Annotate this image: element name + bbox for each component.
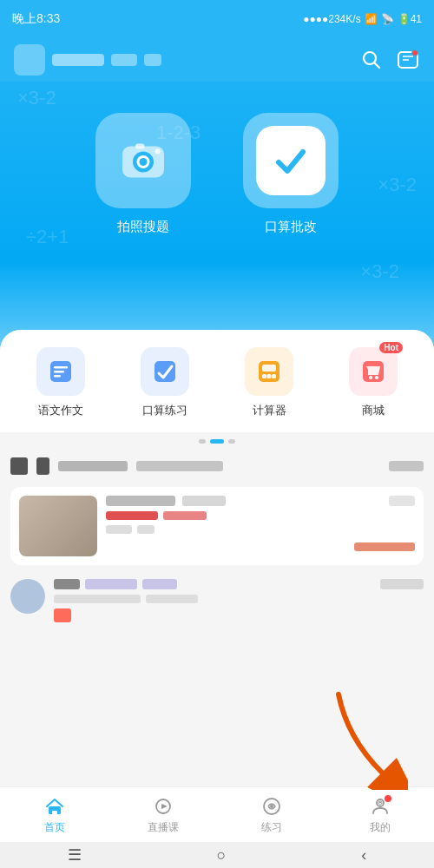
bottom-nav: 首页 直播课 练习: [0, 786, 434, 842]
photo-search-item[interactable]: 拍照搜题: [95, 113, 191, 235]
content-list: [0, 447, 434, 635]
nav-live-label: 直播课: [148, 820, 179, 835]
svg-rect-4: [135, 144, 145, 149]
dot-indicator: [0, 432, 434, 447]
svg-rect-14: [54, 371, 64, 373]
dot-2-active: [210, 439, 224, 444]
content-row-2: [10, 574, 424, 628]
svg-marker-29: [161, 804, 168, 809]
svg-rect-6: [268, 138, 313, 183]
mini-app-yuwen[interactable]: 语文作文: [26, 347, 95, 418]
oral-calc-icon-box: [243, 113, 339, 208]
mini-app-shop[interactable]: Hot 商城: [339, 347, 408, 418]
hero-icons-row: 拍照搜题 口算批改: [0, 113, 434, 235]
content-row-1: [10, 454, 424, 478]
mini-app-kousuanh-label: 口算练习: [142, 403, 187, 418]
photo-search-icon-box: [95, 113, 191, 208]
app-brand: [14, 44, 161, 76]
svg-rect-15: [54, 375, 61, 378]
notification-dot: [411, 49, 418, 56]
dot-1: [199, 439, 206, 444]
oral-calc-label: 口算批改: [265, 219, 317, 235]
card-info-1: [106, 496, 415, 556]
mini-app-kousuanh[interactable]: 口算练习: [130, 347, 200, 418]
title-blur-3: [144, 54, 161, 66]
mini-apps-section: 语文作文 口算练习 计算器: [0, 330, 434, 432]
sys-back-icon[interactable]: ‹: [361, 846, 366, 865]
svg-rect-21: [272, 374, 276, 378]
app-logo: [14, 44, 45, 76]
svg-rect-19: [262, 374, 266, 378]
photo-search-label: 拍照搜题: [117, 219, 169, 235]
status-time: 晚上8:33: [12, 11, 60, 27]
mini-app-calc[interactable]: 计算器: [234, 347, 304, 418]
nav-home[interactable]: 首页: [0, 795, 108, 835]
status-bar: 晚上8:33 ●●●●234K/s 📶 📡 🔋41: [0, 0, 434, 38]
mini-app-calc-label: 计算器: [253, 403, 286, 418]
signal-icon: 📶: [365, 13, 378, 25]
svg-rect-27: [52, 811, 57, 814]
status-icons: ●●●●234K/s 📶 📡 🔋41: [303, 13, 422, 25]
nav-live[interactable]: 直播课: [108, 795, 217, 835]
svg-rect-18: [262, 365, 276, 372]
svg-point-3: [140, 158, 148, 166]
search-button[interactable]: [359, 48, 384, 72]
sys-menu-icon[interactable]: ☰: [68, 845, 82, 865]
wifi-icon: 📡: [381, 13, 394, 25]
battery-icon: 🔋41: [398, 13, 422, 25]
notification-button[interactable]: [396, 48, 420, 72]
title-blur-2: [111, 54, 137, 66]
white-card: 语文作文 口算练习 计算器: [0, 330, 434, 786]
svg-rect-20: [267, 374, 272, 378]
svg-point-24: [375, 376, 378, 379]
oral-calc-item[interactable]: 口算批改: [243, 113, 339, 235]
hot-badge: Hot: [379, 342, 403, 353]
top-app-bar: [0, 38, 434, 82]
network-speed: ●●●●234K/s: [303, 13, 360, 25]
nav-home-label: 首页: [44, 820, 65, 835]
card-thumbnail-1: [19, 496, 97, 556]
mine-dot: [385, 795, 391, 802]
nav-practice-label: 练习: [261, 820, 282, 835]
mini-app-shop-label: 商城: [362, 403, 385, 418]
svg-rect-16: [155, 361, 175, 382]
nav-mine[interactable]: 我的: [326, 795, 434, 835]
dot-3: [228, 439, 235, 444]
svg-point-23: [369, 376, 372, 379]
svg-line-8: [375, 63, 380, 69]
svg-rect-13: [54, 366, 68, 369]
sys-nav: ☰ ○ ‹: [0, 842, 434, 868]
nav-practice[interactable]: 练习: [217, 795, 326, 835]
content-card-1[interactable]: [10, 487, 424, 565]
top-bar-actions: [359, 48, 420, 72]
sys-home-icon[interactable]: ○: [217, 846, 227, 865]
nav-mine-label: 我的: [370, 820, 391, 835]
svg-point-31: [270, 805, 273, 808]
svg-point-5: [155, 149, 161, 155]
avatar-small: [10, 579, 45, 614]
top-bar-title-area: [52, 54, 161, 66]
title-blur-1: [52, 54, 104, 66]
mini-app-yuwen-label: 语文作文: [38, 403, 83, 418]
